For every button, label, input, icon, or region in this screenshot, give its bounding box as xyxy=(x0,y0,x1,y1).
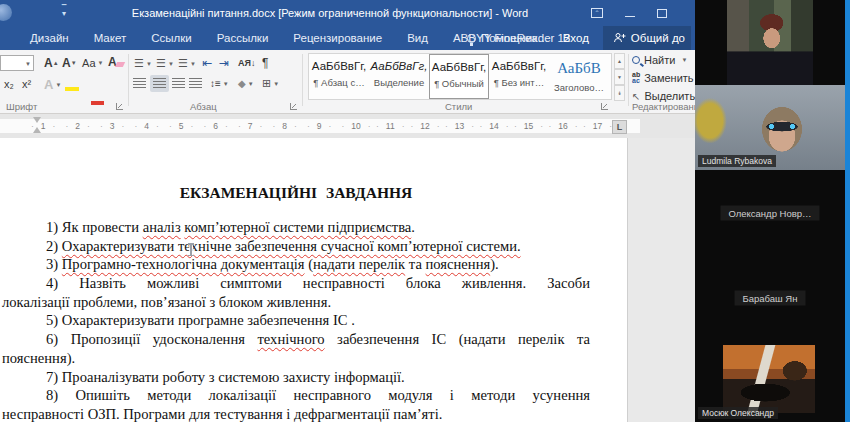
replace-icon: abac xyxy=(632,72,640,84)
document-line-9: 7) Проаналізувати роботу з системою захи… xyxy=(2,368,590,387)
maximize-button[interactable] xyxy=(657,9,667,18)
tab-selector[interactable]: L xyxy=(612,120,627,134)
justify-button[interactable] xyxy=(189,78,202,89)
font-size-combo[interactable]: ▼ xyxy=(0,55,34,71)
participant-name-label: Мосюк Олександр xyxy=(698,407,778,419)
ribbon-tab-4[interactable]: Рассылки xyxy=(217,32,269,44)
ribbon-tab-1[interactable]: Дизайн xyxy=(30,32,69,44)
ribbon: ▼ А▲ А▼ Аа▼ А x₂ x² А▼ ab▼ А▼ Шрифт ☰▼ ☰… xyxy=(0,50,695,114)
ruler-mark: 1 xyxy=(24,121,59,131)
decrease-indent-button[interactable]: ⇤ xyxy=(202,56,212,70)
highlight-color-bar xyxy=(65,87,79,91)
shading-button[interactable]: ◆▼ xyxy=(238,78,254,89)
styles-gallery: АаБбВвГг,¶ Абзац с…АаБбВвГг,ВыделениеАаБ… xyxy=(308,53,612,100)
sign-in-button[interactable]: Вход xyxy=(563,32,589,44)
style-card-2[interactable]: АаБбВвГг,Выделение xyxy=(369,54,429,99)
word-window: ▾ Екзаменаційні питання.docx [Режим огра… xyxy=(0,0,695,422)
participant-tile-5[interactable]: Мосюк Олександр xyxy=(695,340,845,422)
ruler-mark: 9 xyxy=(300,121,335,131)
ruler-mark: 15 xyxy=(507,121,542,131)
first-line-indent-marker[interactable] xyxy=(33,117,41,123)
increase-indent-button[interactable]: ⇥ xyxy=(219,56,229,70)
cursor-arrow-icon: ↖ xyxy=(632,91,640,102)
styles-scroll-up-button[interactable]: ▲ xyxy=(614,53,625,69)
grow-font-button[interactable]: А▲ xyxy=(44,56,59,70)
text-run: 4) Назвіть можливі симптоми несправності… xyxy=(46,275,590,291)
paragraph-dialog-launcher[interactable] xyxy=(290,103,297,110)
show-paragraph-marks-button[interactable]: ¶ xyxy=(262,56,268,70)
style-sample: АаБбВвГг, xyxy=(369,60,429,72)
document-page[interactable]: ЕКЗАМЕНАЦІЙНІ ЗАВДАННЯ 1) Як провести ан… xyxy=(0,138,628,422)
find-button[interactable]: Найти▼ xyxy=(632,54,687,66)
style-card-1[interactable]: АаБбВвГг,¶ Абзац с… xyxy=(309,54,369,99)
change-case-button[interactable]: Аа▼ xyxy=(82,57,104,69)
ribbon-tab-2[interactable]: Макет xyxy=(94,32,127,44)
document-heading: ЕКЗАМЕНАЦІЙНІ ЗАВДАННЯ xyxy=(2,184,590,202)
text-run: 8) Опишіть методи локалізації несправног… xyxy=(46,387,590,403)
text-run: ( xyxy=(305,256,314,272)
styles-gallery-expand-button[interactable]: ⇟ xyxy=(614,85,625,101)
ruler-mark: 11 xyxy=(369,121,404,131)
ribbon-display-options-button[interactable]: ⌃ xyxy=(591,8,603,18)
styles-gallery-scroll: ▲ ▼ ⇟ xyxy=(614,53,625,100)
line-spacing-button[interactable]: ↕≡▼ xyxy=(210,78,229,89)
misspelled-text: технічного xyxy=(257,331,324,347)
numbering-button[interactable]: ☰▼ xyxy=(156,57,174,70)
style-card-4[interactable]: АаБбВвГг,¶ Без инт… xyxy=(489,54,549,99)
text-run: . xyxy=(411,219,415,235)
align-right-button[interactable] xyxy=(172,78,185,89)
horizontal-ruler[interactable]: 1234567891011121314151617 xyxy=(0,119,640,133)
document-line-11: несправності ОЗП. Програми для тестуванн… xyxy=(2,405,590,422)
style-card-3[interactable]: АаБбВвГг,¶ Обычный xyxy=(429,54,489,99)
participant-tile-1[interactable] xyxy=(695,0,845,85)
text-cursor-icon xyxy=(190,244,192,255)
shrink-font-button[interactable]: А▼ xyxy=(62,56,77,70)
text-run: пояснення). xyxy=(2,350,75,366)
font-color-bar xyxy=(91,101,104,105)
ribbon-tab-3[interactable]: Ссылки xyxy=(151,32,192,44)
misspelled-text: Програмно-технологічна документація xyxy=(62,256,305,272)
editing-group-label: Редактировани xyxy=(632,101,699,112)
font-dialog-launcher[interactable] xyxy=(116,103,123,110)
document-body[interactable]: 1) Як провести аналіз комп’ютерної систе… xyxy=(2,218,590,422)
participant-name-label: Ludmila Rybakova xyxy=(698,155,776,167)
ruler-mark: 3 xyxy=(93,121,128,131)
ruler-mark: 6 xyxy=(197,121,232,131)
participant-tile-2[interactable]: Ludmila Rybakova xyxy=(695,85,845,170)
styles-scroll-down-button[interactable]: ▼ xyxy=(614,69,625,85)
ribbon-tab-6[interactable]: Вид xyxy=(407,32,428,44)
participant-tile-4[interactable]: Барабаш Ян xyxy=(695,255,845,340)
lightbulb-icon xyxy=(467,34,476,43)
replace-button[interactable]: abac Заменить xyxy=(632,72,694,84)
bullets-button[interactable]: ☰▼ xyxy=(134,57,152,70)
align-center-button[interactable] xyxy=(150,75,169,92)
style-sample: АаБбВвГг, xyxy=(430,61,488,73)
style-card-5[interactable]: АаБбВЗаголово… xyxy=(549,54,609,99)
screen: ▾ Екзаменаційні питання.docx [Режим огра… xyxy=(0,0,850,422)
clear-formatting-button[interactable]: А xyxy=(108,55,117,69)
document-line-10: 8) Опишіть методи локалізації несправног… xyxy=(2,386,590,405)
sort-button[interactable]: АЯ↓ xyxy=(238,58,255,68)
ruler-mark: 12 xyxy=(404,121,439,131)
multilevel-list-button[interactable]: ☰▼ xyxy=(178,57,196,70)
hanging-indent-marker[interactable] xyxy=(33,127,41,133)
ruler-mark: 5 xyxy=(162,121,197,131)
subscript-button[interactable]: x₂ xyxy=(4,78,14,90)
minimize-button[interactable] xyxy=(625,16,635,17)
window-title: Екзаменаційні питання.docx [Режим ограни… xyxy=(0,0,660,26)
share-button[interactable]: Общий до xyxy=(603,26,691,50)
text-run: несправності ОЗП. Програми для тестуванн… xyxy=(2,406,442,422)
align-left-button[interactable] xyxy=(133,78,146,89)
superscript-button[interactable]: x² xyxy=(22,78,31,90)
ruler-mark: 17 xyxy=(576,121,611,131)
participant-tile-3[interactable]: Олександр Новр… xyxy=(695,170,845,255)
borders-button[interactable]: ⊞▼ xyxy=(262,77,279,90)
ribbon-tab-5[interactable]: Рецензирование xyxy=(293,32,382,44)
assistant-button[interactable]: Помощник… xyxy=(467,32,549,44)
text-run: ). xyxy=(490,256,499,272)
styles-dialog-launcher[interactable] xyxy=(601,103,608,110)
text-run: забезпечення ІС (надати перелік та xyxy=(325,331,590,347)
document-line-4: 4) Назвіть можливі симптоми несправності… xyxy=(2,274,590,293)
text-effects-button[interactable]: А▼ xyxy=(44,77,61,92)
style-name: ¶ Без инт… xyxy=(489,77,549,88)
